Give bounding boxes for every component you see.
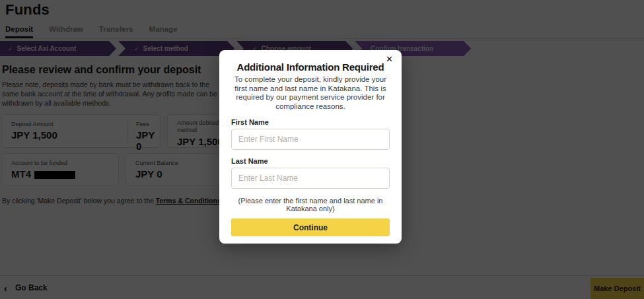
katakana-note: (Please enter the first name and last na… bbox=[231, 197, 390, 213]
additional-info-modal: ✕ Additional Information Required To com… bbox=[219, 50, 402, 244]
close-icon[interactable]: ✕ bbox=[386, 55, 393, 63]
last-name-label: Last Name bbox=[231, 157, 390, 165]
last-name-input[interactable] bbox=[231, 168, 390, 189]
continue-button[interactable]: Continue bbox=[231, 218, 390, 236]
modal-title: Additional Information Required bbox=[231, 61, 390, 73]
modal-body-text: To complete your deposit, kindly provide… bbox=[233, 75, 388, 111]
first-name-input[interactable] bbox=[231, 129, 390, 150]
first-name-label: First Name bbox=[231, 118, 390, 126]
